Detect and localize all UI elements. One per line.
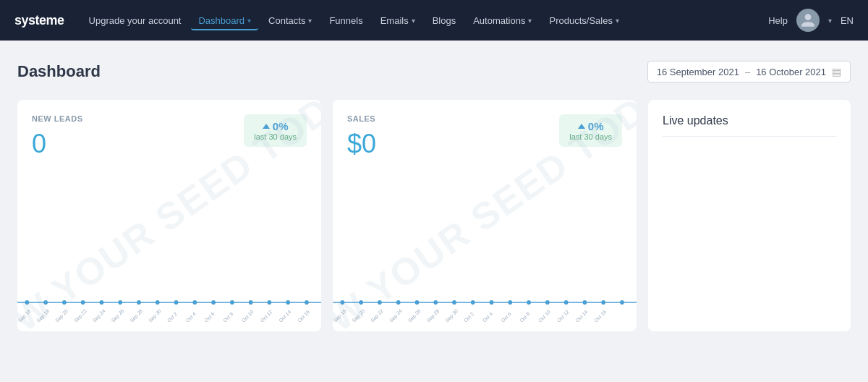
svg-text:Sep 28: Sep 28 xyxy=(129,308,144,324)
svg-text:Sep 18: Sep 18 xyxy=(333,308,347,324)
svg-point-49 xyxy=(620,300,624,305)
svg-text:Sep 30: Sep 30 xyxy=(148,308,163,324)
avatar-chevron-icon[interactable]: ▾ xyxy=(828,17,832,25)
svg-point-34 xyxy=(341,300,345,305)
cards-area: NEW LEADS 0 0% last 30 days SOW YOUR SEE… xyxy=(17,100,637,331)
sales-percent: 0% xyxy=(569,120,612,132)
navbar: systeme Upgrade your account Dashboard ▾… xyxy=(0,0,868,41)
svg-text:Oct 6: Oct 6 xyxy=(203,311,215,323)
nav-right: Help ▾ EN xyxy=(768,9,854,32)
emails-chevron-icon: ▾ xyxy=(412,17,415,25)
sales-badge: 0% last 30 days xyxy=(559,114,622,147)
svg-text:Sep 16: Sep 16 xyxy=(17,308,32,324)
svg-point-1 xyxy=(25,300,30,305)
svg-point-43 xyxy=(508,300,512,305)
svg-text:Oct 8: Oct 8 xyxy=(222,311,234,323)
svg-point-46 xyxy=(564,300,569,305)
svg-point-39 xyxy=(433,300,438,305)
contacts-chevron-icon: ▾ xyxy=(308,17,312,25)
svg-text:Sep 20: Sep 20 xyxy=(54,308,69,324)
date-range-picker[interactable]: 16 September 2021 – 16 October 2021 ▤ xyxy=(647,61,851,82)
svg-text:Oct 4: Oct 4 xyxy=(482,311,493,323)
nav-blogs[interactable]: Blogs xyxy=(425,11,464,30)
svg-point-42 xyxy=(490,300,494,305)
svg-point-35 xyxy=(359,300,363,305)
svg-text:Sep 22: Sep 22 xyxy=(370,308,385,324)
svg-text:Oct 16: Oct 16 xyxy=(297,309,310,323)
calendar-icon: ▤ xyxy=(832,66,841,77)
svg-text:Oct 12: Oct 12 xyxy=(260,309,273,323)
new-leads-percent: 0% xyxy=(254,120,297,132)
right-panel: Live updates xyxy=(648,100,851,331)
svg-text:Sep 20: Sep 20 xyxy=(351,308,366,324)
svg-text:Sep 30: Sep 30 xyxy=(444,308,459,324)
svg-point-47 xyxy=(583,300,587,305)
svg-point-44 xyxy=(527,300,531,305)
sales-chart: Sep 18 Sep 20 Sep 22 Sep 24 Sep 26 Sep 2… xyxy=(333,273,637,331)
svg-point-13 xyxy=(249,300,253,305)
brand-logo[interactable]: systeme xyxy=(14,13,64,28)
new-leads-badge: 0% last 30 days xyxy=(244,114,307,147)
svg-text:Sep 26: Sep 26 xyxy=(111,308,126,324)
new-leads-chart: Sep 16 Sep 18 Sep 20 Sep 22 Sep 24 Sep 2… xyxy=(17,273,321,331)
svg-text:Oct 12: Oct 12 xyxy=(556,309,570,323)
svg-text:Sep 24: Sep 24 xyxy=(388,308,404,324)
nav-automations[interactable]: Automations ▾ xyxy=(466,11,539,30)
nav-help[interactable]: Help xyxy=(768,15,788,26)
svg-text:Oct 6: Oct 6 xyxy=(501,311,512,323)
svg-point-2 xyxy=(43,300,48,305)
svg-point-40 xyxy=(452,300,456,305)
nav-links: Upgrade your account Dashboard ▾ Contact… xyxy=(82,11,752,30)
nav-contacts[interactable]: Contacts ▾ xyxy=(261,11,319,30)
svg-text:Sep 24: Sep 24 xyxy=(92,308,107,324)
date-range-end: 16 October 2021 xyxy=(756,67,826,77)
svg-text:Sep 26: Sep 26 xyxy=(407,308,422,324)
svg-point-11 xyxy=(211,300,216,305)
svg-point-38 xyxy=(415,300,420,305)
date-range-start: 16 September 2021 xyxy=(657,67,739,77)
svg-text:Oct 14: Oct 14 xyxy=(575,309,589,323)
svg-point-37 xyxy=(396,300,401,305)
page-header: Dashboard 16 September 2021 – 16 October… xyxy=(17,61,851,82)
svg-point-15 xyxy=(286,300,290,305)
nav-dashboard[interactable]: Dashboard ▾ xyxy=(191,11,258,30)
avatar[interactable] xyxy=(796,9,820,32)
svg-point-16 xyxy=(305,300,309,305)
live-updates-title: Live updates xyxy=(663,114,836,137)
svg-text:Oct 2: Oct 2 xyxy=(166,311,178,323)
dashboard-chevron-icon: ▾ xyxy=(247,17,251,25)
svg-text:Oct 4: Oct 4 xyxy=(185,311,197,323)
page-title: Dashboard xyxy=(17,62,101,81)
nav-products-sales[interactable]: Products/Sales ▾ xyxy=(542,11,626,30)
svg-text:Sep 28: Sep 28 xyxy=(426,308,441,324)
svg-point-36 xyxy=(378,300,382,305)
new-leads-card: NEW LEADS 0 0% last 30 days SOW YOUR SEE… xyxy=(17,100,321,331)
products-chevron-icon: ▾ xyxy=(616,17,619,25)
svg-point-45 xyxy=(545,300,550,305)
svg-point-41 xyxy=(471,300,475,305)
nav-emails[interactable]: Emails ▾ xyxy=(373,11,422,30)
svg-point-3 xyxy=(62,300,67,305)
sales-badge-label: last 30 days xyxy=(569,132,612,141)
nav-upgrade[interactable]: Upgrade your account xyxy=(82,11,189,30)
new-leads-badge-label: last 30 days xyxy=(254,132,297,141)
svg-text:Oct 8: Oct 8 xyxy=(519,311,530,323)
sales-card: SALES $0 0% last 30 days SOW YOUR SEED T… xyxy=(333,100,637,331)
svg-text:Oct 2: Oct 2 xyxy=(463,311,475,323)
svg-text:Oct 16: Oct 16 xyxy=(593,309,607,323)
svg-point-48 xyxy=(601,300,605,305)
svg-point-7 xyxy=(137,300,141,305)
svg-point-10 xyxy=(192,300,197,305)
svg-text:Oct 10: Oct 10 xyxy=(537,309,551,323)
main-layout: NEW LEADS 0 0% last 30 days SOW YOUR SEE… xyxy=(17,100,851,331)
sales-trend-up-icon xyxy=(578,124,585,129)
svg-point-6 xyxy=(118,300,122,305)
nav-language[interactable]: EN xyxy=(841,15,854,26)
main-content: Dashboard 16 September 2021 – 16 October… xyxy=(0,41,868,331)
svg-text:Sep 18: Sep 18 xyxy=(35,308,51,324)
trend-up-icon xyxy=(263,124,270,129)
svg-text:Sep 22: Sep 22 xyxy=(73,308,88,324)
nav-funnels[interactable]: Funnels xyxy=(322,11,370,30)
avatar-icon xyxy=(800,12,816,28)
brand-name: systeme xyxy=(14,13,64,27)
